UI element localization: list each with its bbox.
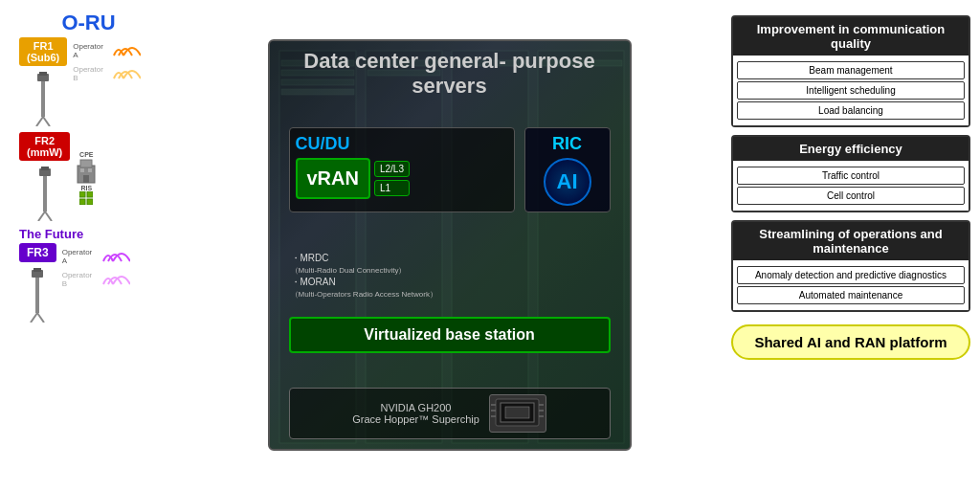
vran-label: vRAN bbox=[296, 158, 370, 199]
fr1-antenna-icon bbox=[33, 69, 53, 126]
mrdc-moran-text: ・MRDC （Multi-Radio Dual Connectivity） ・M… bbox=[291, 252, 437, 300]
beam-management-label: Beam management bbox=[809, 65, 892, 76]
oru-title: O-RU bbox=[61, 11, 115, 34]
moran-line1: ・MORAN bbox=[291, 276, 437, 289]
svg-rect-13 bbox=[83, 175, 89, 183]
streamlining-box: Streamlining of operations and maintenan… bbox=[731, 220, 970, 312]
cudu-title: CU/DU bbox=[296, 134, 508, 154]
virt-station-label: Virtualized base station bbox=[299, 326, 601, 344]
cudu-ric-row: CU/DU vRAN L2/L3 L1 RIC AI bbox=[289, 127, 611, 212]
nvidia-box: NVIDIA GH200 Grace Hopper™ Superchip bbox=[289, 388, 611, 439]
fr1-opb-signal-icon bbox=[112, 65, 141, 82]
automated-maintenance-label: Automated maintenance bbox=[799, 290, 902, 301]
ric-title: RIC bbox=[552, 134, 582, 154]
svg-rect-17 bbox=[79, 199, 85, 205]
nvidia-chip-icon bbox=[489, 394, 546, 433]
communication-quality-header: Improvement in communication quality bbox=[733, 17, 969, 56]
communication-quality-header-text: Improvement in communication quality bbox=[757, 22, 945, 51]
mrdc-line2: （Multi-Radio Dual Connectivity） bbox=[291, 265, 437, 276]
svg-line-22 bbox=[31, 313, 37, 323]
fr2-antenna-icon bbox=[35, 164, 55, 221]
nvidia-line1: NVIDIA GH200 bbox=[352, 402, 479, 413]
fr1-op-b-row: OperatorB bbox=[73, 65, 141, 82]
energy-efficiency-header-text: Energy efficiency bbox=[799, 142, 902, 156]
cudu-box: CU/DU vRAN L2/L3 L1 bbox=[289, 127, 515, 212]
svg-rect-15 bbox=[79, 191, 85, 197]
svg-rect-25 bbox=[279, 51, 356, 443]
ris-icon bbox=[79, 191, 93, 205]
svg-rect-27 bbox=[452, 51, 528, 443]
svg-rect-21 bbox=[33, 268, 41, 272]
ai-badge: AI bbox=[544, 158, 591, 206]
energy-efficiency-box: Energy efficiency Traffic control Cell c… bbox=[731, 135, 970, 212]
virt-station-box: Virtualized base station bbox=[289, 317, 611, 353]
svg-rect-39 bbox=[505, 407, 529, 418]
fr3-opb-signal-icon bbox=[101, 271, 130, 288]
communication-quality-items: Beam management Intelligent scheduling L… bbox=[733, 56, 969, 125]
energy-efficiency-header: Energy efficiency bbox=[733, 137, 969, 161]
svg-rect-18 bbox=[87, 199, 93, 205]
gpu-chip-svg bbox=[491, 397, 544, 431]
vran-container: vRAN L2/L3 L1 bbox=[296, 158, 508, 199]
the-future-label: The Future bbox=[19, 227, 83, 241]
svg-line-8 bbox=[38, 212, 45, 221]
svg-line-3 bbox=[36, 117, 43, 126]
fr2-badge: FR2(mmW) bbox=[19, 132, 70, 161]
left-column: O-RU FR1(Sub6) OperatorA bbox=[10, 11, 167, 479]
fr1-opa-signal-icon bbox=[112, 42, 141, 59]
fr1-op-a-row: OperatorA bbox=[73, 42, 141, 59]
anomaly-detection-item: Anomaly detection and predictive diagnos… bbox=[737, 266, 965, 284]
anomaly-detection-label: Anomaly detection and predictive diagnos… bbox=[755, 270, 947, 280]
fr3-badge: FR3 bbox=[19, 243, 56, 262]
intelligent-scheduling-item: Intelligent scheduling bbox=[737, 81, 965, 100]
datacenter-box: Data center general- purpose servers CU/… bbox=[268, 39, 632, 451]
moran-line2: （Multi-Operators Radio Access Network） bbox=[291, 289, 437, 300]
cell-control-label: Cell control bbox=[827, 190, 875, 201]
svg-rect-16 bbox=[87, 191, 93, 197]
communication-quality-box: Improvement in communication quality Bea… bbox=[731, 15, 970, 127]
svg-rect-11 bbox=[80, 168, 84, 172]
beam-management-item: Beam management bbox=[737, 61, 965, 79]
svg-line-9 bbox=[45, 212, 52, 221]
right-column: Improvement in communication quality Bea… bbox=[731, 11, 970, 479]
nvidia-line2: Grace Hopper™ Superchip bbox=[352, 413, 479, 425]
svg-rect-28 bbox=[538, 51, 624, 443]
energy-efficiency-items: Traffic control Cell control bbox=[733, 161, 969, 211]
ris-label: RIS bbox=[80, 185, 92, 191]
load-balancing-label: Load balancing bbox=[818, 105, 883, 116]
svg-line-23 bbox=[37, 313, 44, 323]
automated-maintenance-item: Automated maintenance bbox=[737, 286, 965, 304]
intelligent-scheduling-label: Intelligent scheduling bbox=[806, 85, 895, 96]
cell-control-item: Cell control bbox=[737, 187, 965, 205]
ric-box: RIC AI bbox=[524, 127, 611, 212]
fr3-op-b-row: OperatorB bbox=[62, 271, 130, 288]
layer-l1-badge: L1 bbox=[374, 180, 410, 196]
streamlining-header: Streamlining of operations and maintenan… bbox=[733, 222, 969, 260]
fr3-op-a-row: OperatorA bbox=[62, 248, 130, 265]
fr3-opa-signal-icon bbox=[101, 248, 130, 265]
mrdc-line1: ・MRDC bbox=[291, 252, 437, 265]
shared-ai-text: Shared AI and RAN platform bbox=[745, 334, 957, 350]
svg-rect-26 bbox=[366, 51, 442, 443]
building-icon bbox=[76, 158, 97, 185]
traffic-control-label: Traffic control bbox=[822, 170, 880, 181]
traffic-control-item: Traffic control bbox=[737, 167, 965, 185]
datacenter-title-text: Data center general- purpose servers bbox=[303, 49, 594, 98]
cpe-label: CPE bbox=[79, 151, 93, 158]
shared-ai-box: Shared AI and RAN platform bbox=[731, 324, 970, 360]
svg-rect-2 bbox=[39, 72, 47, 76]
center-column: Data center general- purpose servers CU/… bbox=[175, 11, 724, 479]
load-balancing-item: Load balancing bbox=[737, 101, 965, 120]
streamlining-items: Anomaly detection and predictive diagnos… bbox=[733, 260, 969, 310]
svg-rect-14 bbox=[80, 160, 92, 167]
datacenter-title: Data center general- purpose servers bbox=[270, 49, 630, 100]
layer-l2l3-badge: L2/L3 bbox=[374, 161, 410, 177]
fr3-antenna-icon bbox=[28, 265, 47, 323]
svg-rect-7 bbox=[41, 167, 49, 170]
nvidia-text: NVIDIA GH200 Grace Hopper™ Superchip bbox=[352, 402, 479, 425]
layer-badges: L2/L3 L1 bbox=[374, 161, 410, 196]
streamlining-header-text: Streamlining of operations and maintenan… bbox=[759, 227, 942, 256]
main-container: O-RU FR1(Sub6) OperatorA bbox=[0, 0, 980, 490]
fr1-badge: FR1(Sub6) bbox=[19, 37, 67, 66]
svg-line-4 bbox=[43, 117, 50, 126]
